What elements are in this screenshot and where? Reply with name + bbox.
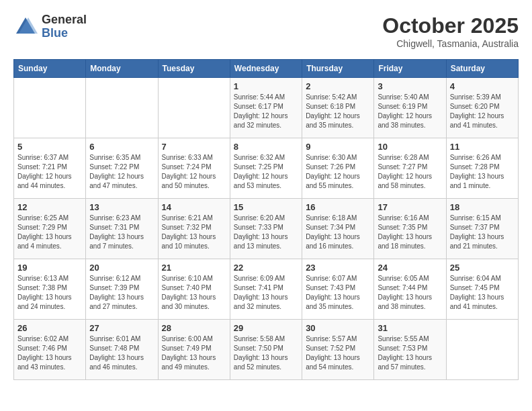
- day-info: Sunrise: 6:23 AM Sunset: 7:31 PM Dayligh…: [89, 214, 154, 251]
- day-number: 13: [89, 202, 154, 212]
- calendar-cell: 29Sunrise: 5:58 AM Sunset: 7:50 PM Dayli…: [230, 320, 302, 380]
- calendar-cell: 21Sunrise: 6:10 AM Sunset: 7:40 PM Dayli…: [158, 259, 230, 320]
- calendar-cell: 5Sunrise: 6:37 AM Sunset: 7:21 PM Daylig…: [14, 138, 86, 199]
- logo-icon: [13, 15, 38, 39]
- calendar-header: SundayMondayTuesdayWednesdayThursdayFrid…: [14, 60, 519, 78]
- day-number: 10: [378, 142, 442, 152]
- day-number: 31: [378, 323, 442, 333]
- day-info: Sunrise: 6:05 AM Sunset: 7:44 PM Dayligh…: [378, 274, 442, 312]
- day-number: 23: [306, 263, 370, 273]
- weekday-header: Saturday: [446, 60, 518, 78]
- calendar-cell: 23Sunrise: 6:07 AM Sunset: 7:43 PM Dayli…: [302, 259, 374, 320]
- day-info: Sunrise: 6:00 AM Sunset: 7:49 PM Dayligh…: [162, 334, 226, 372]
- calendar-cell: 1Sunrise: 5:44 AM Sunset: 6:17 PM Daylig…: [230, 78, 302, 138]
- day-info: Sunrise: 6:13 AM Sunset: 7:38 PM Dayligh…: [17, 274, 82, 312]
- day-number: 20: [89, 263, 154, 273]
- title-block: October 2025 Chigwell, Tasmania, Austral…: [382, 13, 519, 49]
- calendar-cell: [14, 78, 86, 138]
- day-info: Sunrise: 6:09 AM Sunset: 7:41 PM Dayligh…: [234, 274, 298, 312]
- calendar-cell: 22Sunrise: 6:09 AM Sunset: 7:41 PM Dayli…: [230, 259, 302, 320]
- day-info: Sunrise: 5:42 AM Sunset: 6:18 PM Dayligh…: [306, 93, 370, 130]
- calendar-cell: 30Sunrise: 5:57 AM Sunset: 7:52 PM Dayli…: [302, 320, 374, 380]
- calendar-cell: 9Sunrise: 6:30 AM Sunset: 7:26 PM Daylig…: [302, 138, 374, 199]
- calendar-table: SundayMondayTuesdayWednesdayThursdayFrid…: [13, 59, 519, 380]
- day-number: 25: [450, 263, 515, 273]
- day-number: 2: [306, 81, 370, 91]
- calendar-cell: 4Sunrise: 5:39 AM Sunset: 6:20 PM Daylig…: [446, 78, 518, 138]
- calendar-cell: 18Sunrise: 6:15 AM Sunset: 7:37 PM Dayli…: [446, 199, 518, 259]
- calendar-week-row: 5Sunrise: 6:37 AM Sunset: 7:21 PM Daylig…: [14, 138, 519, 199]
- day-number: 9: [306, 142, 370, 152]
- day-number: 28: [162, 323, 226, 333]
- calendar-week-row: 12Sunrise: 6:25 AM Sunset: 7:29 PM Dayli…: [14, 199, 519, 259]
- day-info: Sunrise: 6:21 AM Sunset: 7:32 PM Dayligh…: [162, 214, 226, 251]
- calendar-cell: 3Sunrise: 5:40 AM Sunset: 6:19 PM Daylig…: [374, 78, 446, 138]
- day-number: 8: [234, 142, 298, 152]
- day-number: 19: [17, 263, 82, 273]
- logo-general: General: [42, 13, 87, 27]
- weekday-header: Tuesday: [158, 60, 230, 78]
- calendar-week-row: 26Sunrise: 6:02 AM Sunset: 7:46 PM Dayli…: [14, 320, 519, 380]
- day-info: Sunrise: 6:04 AM Sunset: 7:45 PM Dayligh…: [450, 274, 515, 312]
- day-info: Sunrise: 6:20 AM Sunset: 7:33 PM Dayligh…: [234, 214, 298, 251]
- day-info: Sunrise: 6:26 AM Sunset: 7:28 PM Dayligh…: [450, 153, 515, 191]
- day-number: 14: [162, 202, 226, 212]
- day-number: 30: [306, 323, 370, 333]
- calendar-cell: 13Sunrise: 6:23 AM Sunset: 7:31 PM Dayli…: [86, 199, 158, 259]
- calendar-cell: 19Sunrise: 6:13 AM Sunset: 7:38 PM Dayli…: [14, 259, 86, 320]
- calendar-cell: 20Sunrise: 6:12 AM Sunset: 7:39 PM Dayli…: [86, 259, 158, 320]
- day-number: 21: [162, 263, 226, 273]
- day-number: 4: [450, 81, 515, 91]
- day-info: Sunrise: 6:01 AM Sunset: 7:48 PM Dayligh…: [89, 334, 154, 372]
- month-title: October 2025: [382, 13, 519, 38]
- day-info: Sunrise: 6:02 AM Sunset: 7:46 PM Dayligh…: [17, 334, 82, 372]
- day-info: Sunrise: 6:15 AM Sunset: 7:37 PM Dayligh…: [450, 214, 515, 251]
- calendar-cell: 27Sunrise: 6:01 AM Sunset: 7:48 PM Dayli…: [86, 320, 158, 380]
- day-info: Sunrise: 6:33 AM Sunset: 7:24 PM Dayligh…: [162, 153, 226, 191]
- page-header: General Blue October 2025 Chigwell, Tasm…: [13, 13, 519, 49]
- day-number: 18: [450, 202, 515, 212]
- weekday-header: Wednesday: [230, 60, 302, 78]
- calendar-cell: 2Sunrise: 5:42 AM Sunset: 6:18 PM Daylig…: [302, 78, 374, 138]
- calendar-cell: 28Sunrise: 6:00 AM Sunset: 7:49 PM Dayli…: [158, 320, 230, 380]
- calendar-cell: [446, 320, 518, 380]
- calendar-cell: 7Sunrise: 6:33 AM Sunset: 7:24 PM Daylig…: [158, 138, 230, 199]
- day-number: 16: [306, 202, 370, 212]
- calendar-cell: 11Sunrise: 6:26 AM Sunset: 7:28 PM Dayli…: [446, 138, 518, 199]
- day-number: 5: [17, 142, 82, 152]
- day-info: Sunrise: 5:40 AM Sunset: 6:19 PM Dayligh…: [378, 93, 442, 130]
- day-info: Sunrise: 5:39 AM Sunset: 6:20 PM Dayligh…: [450, 93, 515, 130]
- calendar-cell: 16Sunrise: 6:18 AM Sunset: 7:34 PM Dayli…: [302, 199, 374, 259]
- day-info: Sunrise: 5:58 AM Sunset: 7:50 PM Dayligh…: [234, 334, 298, 372]
- calendar-cell: 17Sunrise: 6:16 AM Sunset: 7:35 PM Dayli…: [374, 199, 446, 259]
- day-number: 6: [89, 142, 154, 152]
- day-info: Sunrise: 6:07 AM Sunset: 7:43 PM Dayligh…: [306, 274, 370, 312]
- calendar-cell: 6Sunrise: 6:35 AM Sunset: 7:22 PM Daylig…: [86, 138, 158, 199]
- calendar-cell: 15Sunrise: 6:20 AM Sunset: 7:33 PM Dayli…: [230, 199, 302, 259]
- calendar-week-row: 19Sunrise: 6:13 AM Sunset: 7:38 PM Dayli…: [14, 259, 519, 320]
- day-number: 24: [378, 263, 442, 273]
- day-info: Sunrise: 5:57 AM Sunset: 7:52 PM Dayligh…: [306, 334, 370, 372]
- calendar-body: 1Sunrise: 5:44 AM Sunset: 6:17 PM Daylig…: [14, 78, 519, 380]
- day-number: 22: [234, 263, 298, 273]
- day-info: Sunrise: 6:12 AM Sunset: 7:39 PM Dayligh…: [89, 274, 154, 312]
- day-number: 27: [89, 323, 154, 333]
- logo-text: General Blue: [42, 13, 87, 40]
- day-info: Sunrise: 6:35 AM Sunset: 7:22 PM Dayligh…: [89, 153, 154, 191]
- logo-blue: Blue: [42, 27, 87, 40]
- weekday-header: Sunday: [14, 60, 86, 78]
- day-number: 12: [17, 202, 82, 212]
- calendar-cell: 10Sunrise: 6:28 AM Sunset: 7:27 PM Dayli…: [374, 138, 446, 199]
- day-number: 1: [234, 81, 298, 91]
- day-info: Sunrise: 5:55 AM Sunset: 7:53 PM Dayligh…: [378, 334, 442, 372]
- weekday-header: Monday: [86, 60, 158, 78]
- calendar-cell: 8Sunrise: 6:32 AM Sunset: 7:25 PM Daylig…: [230, 138, 302, 199]
- weekday-header: Friday: [374, 60, 446, 78]
- calendar-cell: 31Sunrise: 5:55 AM Sunset: 7:53 PM Dayli…: [374, 320, 446, 380]
- calendar-cell: 26Sunrise: 6:02 AM Sunset: 7:46 PM Dayli…: [14, 320, 86, 380]
- day-number: 26: [17, 323, 82, 333]
- day-number: 3: [378, 81, 442, 91]
- day-info: Sunrise: 5:44 AM Sunset: 6:17 PM Dayligh…: [234, 93, 298, 130]
- day-number: 7: [162, 142, 226, 152]
- day-info: Sunrise: 6:10 AM Sunset: 7:40 PM Dayligh…: [162, 274, 226, 312]
